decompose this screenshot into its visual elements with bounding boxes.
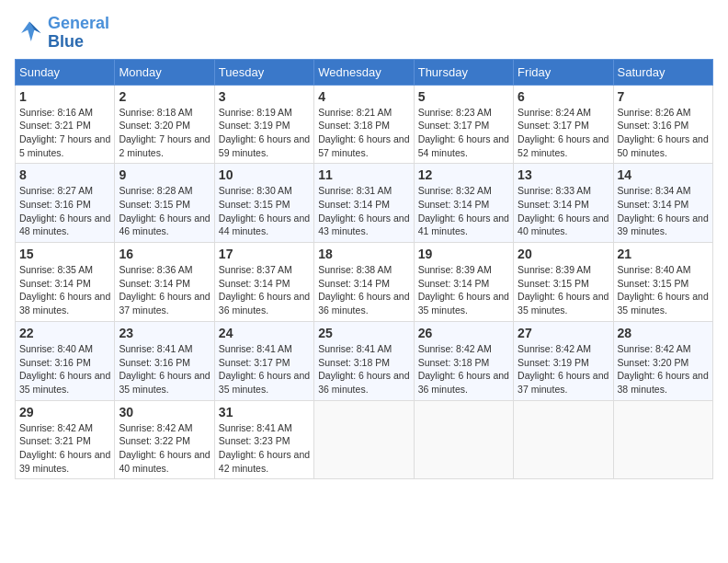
calendar-cell: 13 Sunrise: 8:33 AM Sunset: 3:14 PM Dayl… [514, 164, 613, 243]
day-info: Sunrise: 8:21 AM Sunset: 3:18 PM Dayligh… [318, 106, 409, 160]
day-info: Sunrise: 8:33 AM Sunset: 3:14 PM Dayligh… [518, 184, 609, 238]
day-number: 8 [19, 167, 110, 182]
calendar-cell: 27 Sunrise: 8:42 AM Sunset: 3:19 PM Dayl… [514, 321, 613, 400]
day-number: 28 [618, 326, 709, 340]
calendar-cell: 30 Sunrise: 8:42 AM Sunset: 3:22 PM Dayl… [115, 400, 214, 479]
calendar-week-1: 1 Sunrise: 8:16 AM Sunset: 3:21 PM Dayli… [16, 85, 713, 164]
calendar-cell: 2 Sunrise: 8:18 AM Sunset: 3:20 PM Dayli… [115, 85, 214, 164]
calendar-cell [613, 400, 712, 479]
day-info: Sunrise: 8:26 AM Sunset: 3:16 PM Dayligh… [618, 106, 709, 160]
calendar-cell: 6 Sunrise: 8:24 AM Sunset: 3:17 PM Dayli… [514, 85, 613, 164]
day-info: Sunrise: 8:40 AM Sunset: 3:15 PM Dayligh… [618, 263, 709, 317]
calendar-cell: 9 Sunrise: 8:28 AM Sunset: 3:15 PM Dayli… [115, 164, 214, 243]
logo-text: General Blue [48, 15, 109, 52]
day-info: Sunrise: 8:37 AM Sunset: 3:14 PM Dayligh… [219, 263, 310, 317]
weekday-header-thursday: Thursday [414, 59, 513, 85]
calendar-cell: 28 Sunrise: 8:42 AM Sunset: 3:20 PM Dayl… [613, 321, 712, 400]
day-number: 1 [19, 89, 110, 104]
calendar-cell: 14 Sunrise: 8:34 AM Sunset: 3:14 PM Dayl… [613, 164, 712, 243]
calendar-cell [414, 400, 513, 479]
logo-icon [15, 18, 44, 48]
day-number: 18 [318, 247, 409, 261]
calendar-week-3: 15 Sunrise: 8:35 AM Sunset: 3:14 PM Dayl… [16, 243, 713, 322]
day-number: 31 [219, 405, 310, 419]
calendar-cell: 24 Sunrise: 8:41 AM Sunset: 3:17 PM Dayl… [214, 321, 313, 400]
day-number: 24 [219, 326, 310, 340]
day-info: Sunrise: 8:23 AM Sunset: 3:17 PM Dayligh… [418, 106, 509, 160]
day-info: Sunrise: 8:42 AM Sunset: 3:19 PM Dayligh… [518, 342, 609, 396]
day-info: Sunrise: 8:30 AM Sunset: 3:15 PM Dayligh… [219, 184, 310, 238]
logo: General Blue [15, 15, 109, 52]
calendar-body: 1 Sunrise: 8:16 AM Sunset: 3:21 PM Dayli… [16, 85, 713, 479]
calendar-cell: 4 Sunrise: 8:21 AM Sunset: 3:18 PM Dayli… [314, 85, 414, 164]
calendar-cell: 25 Sunrise: 8:41 AM Sunset: 3:18 PM Dayl… [314, 321, 414, 400]
day-number: 27 [518, 326, 609, 340]
day-info: Sunrise: 8:18 AM Sunset: 3:20 PM Dayligh… [119, 106, 210, 160]
calendar-week-5: 29 Sunrise: 8:42 AM Sunset: 3:21 PM Dayl… [16, 400, 713, 479]
day-info: Sunrise: 8:42 AM Sunset: 3:22 PM Dayligh… [119, 421, 210, 476]
day-number: 22 [19, 326, 110, 340]
calendar-cell: 31 Sunrise: 8:41 AM Sunset: 3:23 PM Dayl… [214, 400, 313, 479]
day-info: Sunrise: 8:16 AM Sunset: 3:21 PM Dayligh… [19, 106, 110, 160]
day-number: 6 [518, 89, 609, 104]
weekday-header-friday: Friday [514, 59, 613, 85]
calendar-cell: 23 Sunrise: 8:41 AM Sunset: 3:16 PM Dayl… [115, 321, 214, 400]
calendar-week-2: 8 Sunrise: 8:27 AM Sunset: 3:16 PM Dayli… [16, 164, 713, 243]
day-info: Sunrise: 8:42 AM Sunset: 3:18 PM Dayligh… [418, 342, 509, 396]
day-number: 12 [418, 167, 509, 182]
day-number: 2 [119, 89, 210, 104]
calendar-cell: 18 Sunrise: 8:38 AM Sunset: 3:14 PM Dayl… [314, 243, 414, 322]
day-info: Sunrise: 8:39 AM Sunset: 3:14 PM Dayligh… [418, 263, 509, 317]
calendar-cell: 1 Sunrise: 8:16 AM Sunset: 3:21 PM Dayli… [16, 85, 115, 164]
day-info: Sunrise: 8:19 AM Sunset: 3:19 PM Dayligh… [219, 106, 310, 160]
calendar-cell [514, 400, 613, 479]
calendar-cell: 10 Sunrise: 8:30 AM Sunset: 3:15 PM Dayl… [214, 164, 313, 243]
calendar-header: SundayMondayTuesdayWednesdayThursdayFrid… [16, 59, 713, 85]
day-number: 7 [618, 89, 709, 104]
calendar-table: SundayMondayTuesdayWednesdayThursdayFrid… [15, 59, 713, 480]
day-info: Sunrise: 8:41 AM Sunset: 3:23 PM Dayligh… [219, 421, 310, 476]
day-number: 10 [219, 167, 310, 182]
day-number: 17 [219, 247, 310, 261]
page-header: General Blue [15, 15, 713, 52]
day-info: Sunrise: 8:38 AM Sunset: 3:14 PM Dayligh… [318, 263, 409, 317]
calendar-cell: 3 Sunrise: 8:19 AM Sunset: 3:19 PM Dayli… [214, 85, 313, 164]
day-number: 26 [418, 326, 509, 340]
calendar-cell: 20 Sunrise: 8:39 AM Sunset: 3:15 PM Dayl… [514, 243, 613, 322]
weekday-header-tuesday: Tuesday [214, 59, 313, 85]
day-info: Sunrise: 8:34 AM Sunset: 3:14 PM Dayligh… [618, 184, 709, 238]
day-number: 23 [119, 326, 210, 340]
calendar-cell: 19 Sunrise: 8:39 AM Sunset: 3:14 PM Dayl… [414, 243, 513, 322]
day-number: 9 [119, 167, 210, 182]
calendar-cell: 22 Sunrise: 8:40 AM Sunset: 3:16 PM Dayl… [16, 321, 115, 400]
calendar-cell: 12 Sunrise: 8:32 AM Sunset: 3:14 PM Dayl… [414, 164, 513, 243]
day-info: Sunrise: 8:42 AM Sunset: 3:20 PM Dayligh… [618, 342, 709, 396]
day-info: Sunrise: 8:41 AM Sunset: 3:17 PM Dayligh… [219, 342, 310, 396]
day-number: 11 [318, 167, 409, 182]
day-number: 13 [518, 167, 609, 182]
calendar-cell: 5 Sunrise: 8:23 AM Sunset: 3:17 PM Dayli… [414, 85, 513, 164]
day-number: 14 [618, 167, 709, 182]
day-number: 29 [19, 405, 110, 419]
weekday-header-monday: Monday [115, 59, 214, 85]
calendar-cell [314, 400, 414, 479]
calendar-cell: 26 Sunrise: 8:42 AM Sunset: 3:18 PM Dayl… [414, 321, 513, 400]
day-number: 19 [418, 247, 509, 261]
day-info: Sunrise: 8:24 AM Sunset: 3:17 PM Dayligh… [518, 106, 609, 160]
calendar-cell: 8 Sunrise: 8:27 AM Sunset: 3:16 PM Dayli… [16, 164, 115, 243]
day-info: Sunrise: 8:32 AM Sunset: 3:14 PM Dayligh… [418, 184, 509, 238]
day-info: Sunrise: 8:40 AM Sunset: 3:16 PM Dayligh… [19, 342, 110, 396]
day-number: 5 [418, 89, 509, 104]
calendar-cell: 16 Sunrise: 8:36 AM Sunset: 3:14 PM Dayl… [115, 243, 214, 322]
weekday-header-sunday: Sunday [16, 59, 115, 85]
day-info: Sunrise: 8:27 AM Sunset: 3:16 PM Dayligh… [19, 184, 110, 238]
day-info: Sunrise: 8:28 AM Sunset: 3:15 PM Dayligh… [119, 184, 210, 238]
day-info: Sunrise: 8:31 AM Sunset: 3:14 PM Dayligh… [318, 184, 409, 238]
calendar-cell: 11 Sunrise: 8:31 AM Sunset: 3:14 PM Dayl… [314, 164, 414, 243]
day-number: 20 [518, 247, 609, 261]
day-number: 21 [618, 247, 709, 261]
day-info: Sunrise: 8:42 AM Sunset: 3:21 PM Dayligh… [19, 421, 110, 476]
day-info: Sunrise: 8:36 AM Sunset: 3:14 PM Dayligh… [119, 263, 210, 317]
day-number: 25 [318, 326, 409, 340]
day-info: Sunrise: 8:35 AM Sunset: 3:14 PM Dayligh… [19, 263, 110, 317]
